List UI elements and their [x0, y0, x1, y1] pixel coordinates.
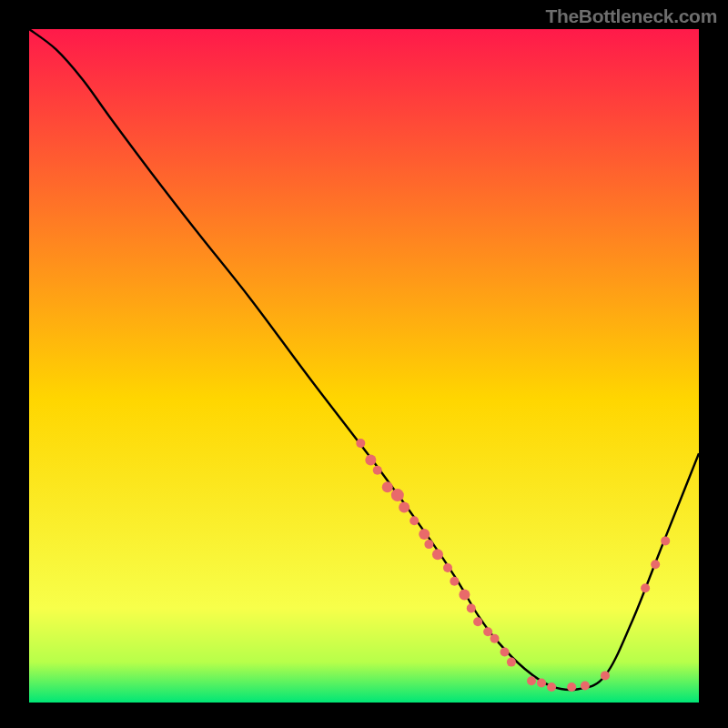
data-dot: [527, 676, 536, 685]
data-dot: [391, 489, 404, 501]
attribution-label: TheBottleneck.com: [545, 5, 717, 27]
data-dot: [459, 590, 470, 601]
data-dot: [567, 682, 576, 692]
data-dot: [473, 617, 482, 626]
data-dot: [399, 501, 410, 512]
data-dot: [365, 455, 376, 466]
gradient-background: [29, 29, 699, 703]
data-dot: [443, 563, 452, 572]
data-dot: [547, 682, 556, 692]
data-dot: [483, 627, 492, 636]
data-dot: [651, 560, 660, 569]
data-dot: [467, 603, 476, 612]
data-dot: [432, 549, 443, 560]
data-dot: [373, 466, 382, 475]
data-dot: [419, 529, 430, 540]
data-dot: [641, 583, 650, 592]
data-dot: [581, 682, 590, 691]
data-dot: [490, 634, 500, 643]
data-dot: [500, 648, 510, 657]
data-dot: [356, 439, 365, 448]
data-dot: [507, 658, 516, 667]
data-dot: [382, 481, 393, 492]
data-dot: [410, 516, 419, 525]
data-dot: [450, 577, 459, 586]
data-dot: [601, 671, 610, 680]
data-dot: [661, 536, 670, 545]
data-dot: [424, 540, 433, 549]
chart-stage: TheBottleneck.com: [0, 0, 728, 728]
data-dot: [537, 679, 546, 688]
bottleneck-chart: [29, 29, 699, 703]
